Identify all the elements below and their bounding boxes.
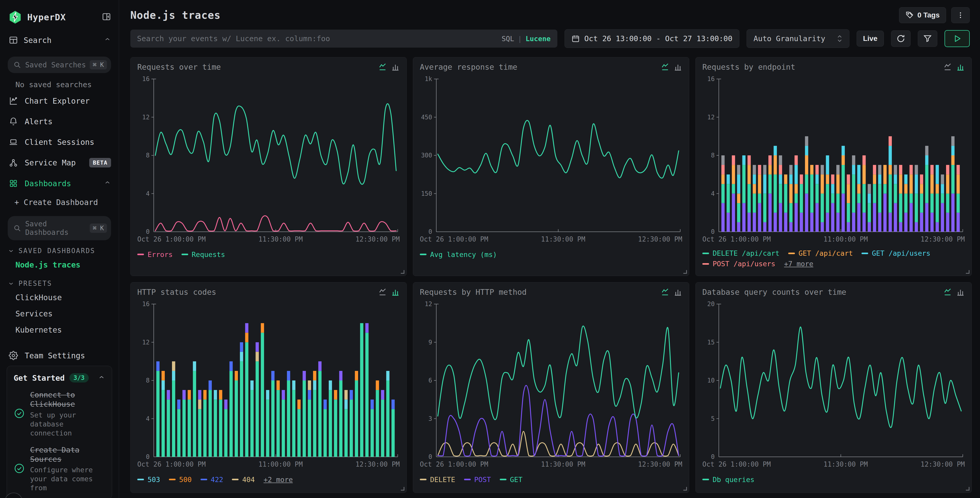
sidebar-item-search[interactable]: Search [0,27,119,50]
bar-chart-toggle-icon[interactable] [673,62,682,71]
panel-resize-handle[interactable] [683,270,687,274]
panel-header: Requests over time [137,62,400,75]
panel-requests-by-http-method: Requests by HTTP method129630Oct 26 1:00… [413,282,689,493]
chart-plot-area[interactable]: 129630 [420,300,682,459]
get-started-item-title: Connect to ClickHouse [30,390,105,409]
legend-item[interactable]: 500 [169,476,192,484]
funnel-icon [923,34,932,43]
line-chart-toggle-icon[interactable] [378,62,387,71]
panel-header: Database query counts over time [702,287,965,300]
beta-badge: BETA [89,158,111,168]
sidebar-item-chart-explorer[interactable]: Chart Explorer [0,91,119,111]
x-axis-label: Oct 26 1:00:00 PM [137,460,206,468]
chart-plot-area[interactable]: 1612840 [137,75,400,234]
panel-header: Requests by endpoint [702,62,965,75]
refresh-button[interactable] [891,30,911,47]
preset-link-clickhouse[interactable]: ClickHouse [0,289,119,306]
sidebar-item-service-map[interactable]: Service Map BETA [0,152,119,173]
sql-toggle[interactable]: SQL [501,35,514,43]
x-axis-labels: Oct 26 1:00:00 PM11:30:00 PM12:30:00 PM [420,459,682,468]
legend-item[interactable]: Errors [137,251,173,259]
check-circle-icon [14,408,25,420]
y-tick-label: 20 [707,300,715,308]
chevron-up-icon[interactable] [104,179,111,188]
bar-chart-toggle-icon[interactable] [391,62,400,71]
chart-plot-area[interactable]: 1k4503001500 [420,75,682,234]
line-chart-toggle-icon[interactable] [661,62,670,71]
legend-item[interactable]: GET /api/cart [788,249,853,257]
x-axis-label: 11:00:00 PM [823,235,868,243]
sidebar-item-dashboards[interactable]: Dashboards [0,173,119,194]
live-button[interactable]: Live [857,30,884,46]
chart-plot-area[interactable]: 1612840 [702,75,965,234]
line-chart-toggle-icon[interactable] [378,287,387,296]
legend-item[interactable]: POST /api/users [702,260,775,268]
granularity-select[interactable]: Auto Granularity [746,29,850,48]
y-tick-label: 8 [711,152,715,159]
toggle-divider: | [518,35,522,43]
legend-item[interactable]: DELETE /api/cart [702,249,780,257]
y-tick-label: 1k [425,75,432,83]
bar-chart-toggle-icon[interactable] [956,287,965,296]
group-presets[interactable]: PRESETS [0,273,119,289]
legend-item[interactable]: Requests [181,251,225,259]
sidebar-item-alerts[interactable]: Alerts [0,111,119,132]
legend-item[interactable]: 404 [232,476,255,484]
legend-item[interactable]: DELETE [420,476,455,484]
dashboard-link-nodejs-traces[interactable]: Node.js traces [0,257,119,273]
get-started-item-connect[interactable]: Connect to ClickHouse Set up your databa… [14,390,105,437]
sidebar-item-team-settings[interactable]: Team Settings [0,345,119,366]
chevron-up-icon[interactable] [98,374,105,382]
dashboard-grid: Requests over time1612840Oct 26 1:00:00 … [119,48,980,498]
create-dashboard-button[interactable]: + Create Dashboard [0,194,119,209]
y-tick-label: 150 [421,190,432,197]
chart-plot-area[interactable]: 1612840 [137,300,400,459]
panel-resize-handle[interactable] [683,487,687,490]
sidebar-item-client-sessions[interactable]: Client Sessions [0,132,119,152]
legend-item[interactable]: 503 [137,476,160,484]
saved-searches-input[interactable]: Saved Searches ⌘ K [8,57,111,73]
panel-resize-handle[interactable] [401,270,404,274]
group-saved-dashboards[interactable]: SAVED DASHBOARDS [0,240,119,257]
legend-label: Avg latency (ms) [430,251,497,259]
get-started-item-sources[interactable]: Create Data Sources Configure where your… [14,445,105,493]
preset-link-services[interactable]: Services [0,306,119,322]
panel-requests-over-time: Requests over time1612840Oct 26 1:00:00 … [130,57,407,276]
legend-item[interactable]: GET [500,476,523,484]
x-axis-label: 12:30:00 PM [921,460,965,468]
bar-chart-toggle-icon[interactable] [673,287,682,296]
legend-item[interactable]: 422 [200,476,223,484]
title-actions: 0 Tags [899,7,970,23]
run-query-button[interactable] [945,30,970,47]
line-chart-toggle-icon[interactable] [661,287,670,296]
chevron-up-icon[interactable] [104,36,111,45]
panel-resize-handle[interactable] [966,487,969,490]
granularity-value: Auto Granularity [754,34,825,43]
panel-resize-handle[interactable] [401,487,404,490]
date-range-picker[interactable]: Oct 26 13:00:00 - Oct 27 13:00:00 [565,29,739,48]
preset-link-kubernetes[interactable]: Kubernetes [0,322,119,338]
legend-more-link[interactable]: +2 more [264,476,293,484]
dashboard-menu-button[interactable] [951,7,970,23]
panel-title: Requests over time [137,62,221,72]
line-chart-toggle-icon[interactable] [943,287,952,296]
sidebar-collapse-icon[interactable] [102,12,111,22]
line-chart-toggle-icon[interactable] [943,62,952,71]
chart-plot-area[interactable]: 20151050 [702,300,965,459]
x-axis-label: 11:30:00 PM [541,460,585,468]
legend-more-link[interactable]: +7 more [784,260,813,268]
get-started-header[interactable]: Get Started 3/3 [14,373,105,383]
legend-item[interactable]: GET /api/users [861,249,931,257]
legend-item[interactable]: Db queries [702,476,754,484]
chart-legend: DELETEPOSTGET [420,474,682,485]
lucene-toggle[interactable]: Lucene [525,35,550,43]
bar-chart-toggle-icon[interactable] [956,62,965,71]
legend-item[interactable]: POST [464,476,491,484]
tags-button[interactable]: 0 Tags [899,7,946,23]
event-search-input[interactable]: Search your events w/ Lucene ex. column:… [130,30,557,48]
legend-item[interactable]: Avg latency (ms) [420,251,497,259]
bar-chart-toggle-icon[interactable] [391,287,400,296]
filter-button[interactable] [918,30,937,47]
saved-dashboards-input[interactable]: Saved Dashboards ⌘ K [8,216,111,240]
panel-resize-handle[interactable] [966,270,969,274]
